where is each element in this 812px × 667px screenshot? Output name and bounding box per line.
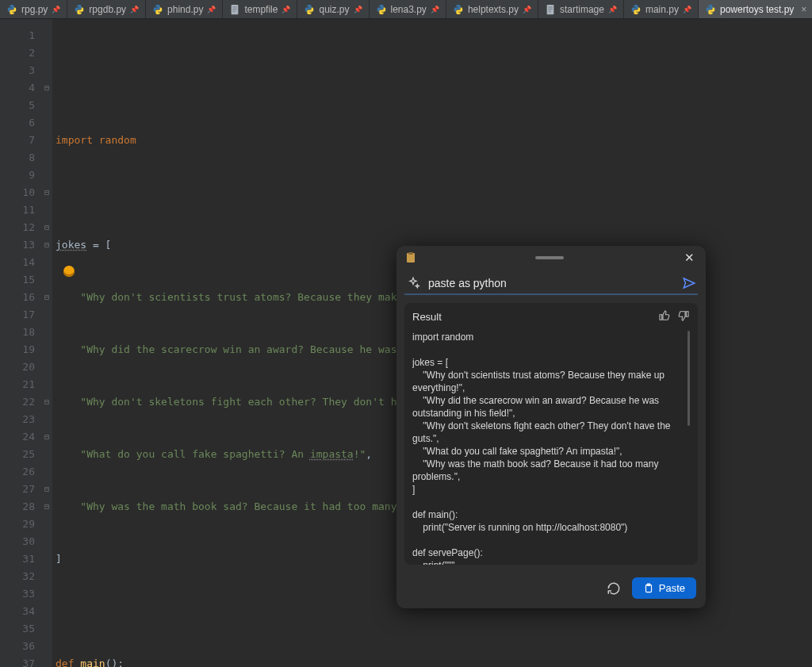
regenerate-button[interactable] <box>607 581 621 596</box>
pin-icon: 📌 <box>130 6 139 13</box>
fold-marker <box>41 516 52 533</box>
line-number: 6 <box>8 114 35 132</box>
svg-rect-7 <box>548 10 551 11</box>
text-file-icon <box>229 4 240 15</box>
tab-label: quiz.py <box>319 4 349 15</box>
pin-icon: 📌 <box>608 6 617 13</box>
line-number: 9 <box>8 167 35 184</box>
popup-titlebar[interactable]: ✕ <box>396 246 706 270</box>
line-number: 7 <box>8 132 35 149</box>
editor-tab[interactable]: powertoys test.py× <box>699 0 812 18</box>
fold-marker[interactable]: ⊟ <box>41 289 52 306</box>
fold-marker[interactable]: ⊟ <box>41 393 52 411</box>
tab-label: tempfile <box>244 4 278 15</box>
editor-tab[interactable]: helptexts.py📌 <box>446 0 538 18</box>
line-number: 34 <box>8 603 35 620</box>
fold-marker[interactable]: ⊟ <box>41 428 52 446</box>
tab-label: main.py <box>645 4 679 15</box>
thumbs-up-button[interactable] <box>658 309 671 324</box>
fold-marker <box>41 97 52 114</box>
close-button[interactable]: ✕ <box>681 249 698 266</box>
paste-button[interactable]: Paste <box>632 577 696 599</box>
tab-label: rpg.py <box>21 4 48 15</box>
code-text: !" <box>354 448 366 460</box>
code-text: = [ <box>86 239 111 251</box>
result-label: Result <box>412 311 442 323</box>
line-number: 30 <box>8 533 35 550</box>
fold-marker <box>41 132 52 149</box>
line-number: 29 <box>8 516 35 533</box>
drag-handle-icon[interactable] <box>535 256 564 259</box>
code-text: import random <box>56 134 136 146</box>
line-number: 4 <box>8 79 35 97</box>
fold-marker <box>41 585 52 603</box>
send-button[interactable] <box>682 276 696 290</box>
editor-tab[interactable]: rpgdb.py📌 <box>67 0 146 18</box>
line-number: 33 <box>8 585 35 603</box>
line-number: 12 <box>8 219 35 236</box>
fold-marker <box>41 44 52 62</box>
fold-marker[interactable]: ⊟ <box>41 184 52 201</box>
fold-marker <box>41 638 52 655</box>
close-tab-button[interactable]: × <box>798 4 806 15</box>
line-number: 37 <box>8 655 35 667</box>
editor-tab[interactable]: main.py📌 <box>624 0 699 18</box>
fold-marker[interactable]: ⊟ <box>41 498 52 516</box>
fold-marker <box>41 358 52 376</box>
tab-label: helptexts.py <box>468 4 519 15</box>
editor-tab[interactable]: startimage📌 <box>538 0 624 18</box>
paste-icon <box>643 583 654 594</box>
editor-tab[interactable]: quiz.py📌 <box>297 0 369 18</box>
result-content[interactable]: import random jokes = [ "Why don't scien… <box>412 331 690 565</box>
line-number: 1 <box>8 27 35 44</box>
gutter <box>0 19 8 667</box>
svg-rect-5 <box>548 6 552 7</box>
line-number: 13 <box>8 236 35 254</box>
pin-icon: 📌 <box>354 6 362 13</box>
line-number: 36 <box>8 638 35 655</box>
line-number: 35 <box>8 620 35 638</box>
tab-label: phind.py <box>167 4 203 15</box>
fold-marker[interactable]: ⊟ <box>41 219 52 236</box>
tab-label: startimage <box>560 4 604 15</box>
code-text: (): <box>105 657 124 667</box>
line-number: 31 <box>8 550 35 568</box>
code-text: main <box>80 657 105 667</box>
prompt-input[interactable] <box>428 277 674 289</box>
fold-marker <box>41 201 52 219</box>
pin-icon: 📌 <box>282 6 290 13</box>
tab-label: powertoys test.py <box>720 4 794 15</box>
fold-marker <box>41 550 52 568</box>
code-text: def <box>56 657 80 667</box>
line-number: 2 <box>8 44 35 62</box>
fold-marker <box>41 655 52 667</box>
fold-marker <box>41 376 52 393</box>
fold-marker <box>41 463 52 481</box>
editor-tab[interactable]: tempfile📌 <box>223 0 297 18</box>
fold-marker <box>41 62 52 79</box>
editor-tab[interactable]: phind.py📌 <box>146 0 223 18</box>
clipboard-icon <box>404 251 417 264</box>
python-file-icon <box>376 4 387 15</box>
popup-footer: Paste <box>396 571 706 608</box>
intention-bulb-icon[interactable] <box>63 266 75 277</box>
line-number: 32 <box>8 568 35 585</box>
line-number: 14 <box>8 254 35 271</box>
fold-marker <box>41 446 52 463</box>
editor-tab[interactable]: rpg.py📌 <box>0 0 67 18</box>
thumbs-down-button[interactable] <box>677 309 690 324</box>
editor-tab[interactable]: lena3.py📌 <box>370 0 446 18</box>
svg-rect-9 <box>408 252 413 255</box>
line-number: 15 <box>8 271 35 289</box>
python-file-icon <box>304 4 315 15</box>
fold-marker[interactable]: ⊟ <box>41 236 52 254</box>
code-text: "What do you call fake spaghetti? An <box>80 448 310 460</box>
fold-marker[interactable]: ⊟ <box>41 79 52 97</box>
fold-marker <box>41 27 52 44</box>
tab-label: rpgdb.py <box>89 4 126 15</box>
fold-marker[interactable]: ⊟ <box>41 481 52 498</box>
line-number: 26 <box>8 463 35 481</box>
pin-icon: 📌 <box>207 6 216 13</box>
line-number: 17 <box>8 306 35 324</box>
line-number: 23 <box>8 411 35 428</box>
